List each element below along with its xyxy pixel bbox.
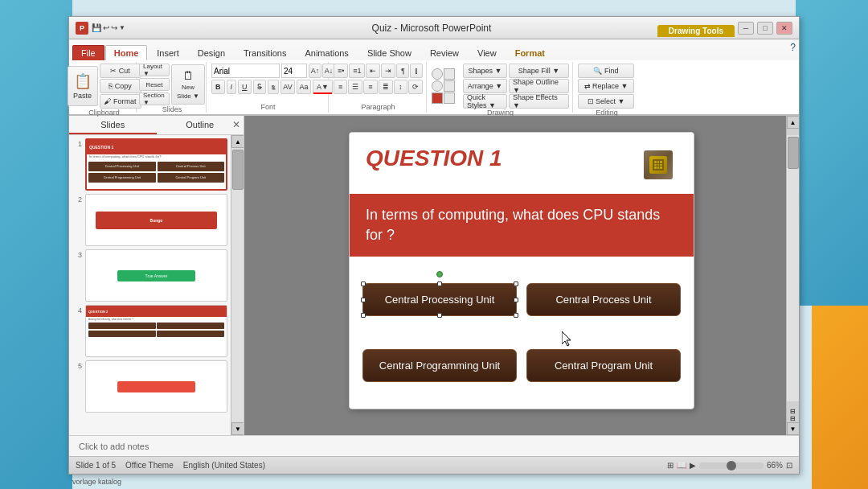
close-button[interactable]: ✕ [776,22,792,35]
shape-1[interactable] [432,68,443,80]
reset-button[interactable]: Reset [139,78,170,91]
font-family-input[interactable] [211,64,280,78]
scroll-page-up[interactable] [787,401,800,408]
arrange-button[interactable]: Arrange ▼ [463,79,507,93]
slide-preview-1[interactable]: QUESTION 1 In terms of computing, what d… [85,138,227,191]
shape-4[interactable] [444,80,455,92]
paste-button[interactable]: 📋 Paste [68,66,98,106]
format-painter-button[interactable]: 🖌 Format [100,94,141,109]
slide-scroll-up[interactable]: ▲ [787,116,800,129]
shape-outline-button[interactable]: Shape Outline ▼ [509,79,569,93]
shape-6[interactable] [444,92,455,104]
minimize-button[interactable]: ─ [738,22,754,35]
slide-preview-5[interactable] [85,360,227,413]
normal-view-btn[interactable]: ⊞ [667,461,674,470]
redo-quick-btn[interactable]: ↪ [111,23,117,32]
bullets-button[interactable]: ≡• [334,64,348,78]
answer-button-1[interactable]: Central Processing Unit [362,283,517,316]
shape-2[interactable] [444,68,455,80]
cut-button[interactable]: ✂ Cut [100,64,141,78]
slide-thumb-4[interactable]: 4 QUESTION 2 Among the following, what d… [72,305,227,357]
panel-scroll-thumb[interactable] [232,150,244,190]
align-left-button[interactable]: ≡ [334,80,347,94]
section-button[interactable]: Section ▼ [139,92,170,105]
new-slide-button[interactable]: 🗒 New Slide ▼ [171,64,205,105]
zoom-slider[interactable] [699,462,764,469]
scroll-page-indicator[interactable]: ⊟ [787,408,800,415]
rtl-button[interactable]: ¶ [396,64,409,78]
text-direction-button[interactable]: ⟳ [408,80,423,94]
slide-thumb-1[interactable]: 1 QUESTION 1 In terms of computing, what… [72,138,227,191]
columns-button[interactable]: ⫿ [410,64,423,78]
font-size-input[interactable] [281,64,307,78]
layout-button[interactable]: Layout ▼ [139,64,170,76]
bold-button[interactable]: B [211,80,225,94]
slide-scroll-thumb[interactable] [788,137,799,169]
tab-insert[interactable]: Insert [148,45,188,60]
tab-slides[interactable]: Slides [69,116,157,134]
slide-scroll-down[interactable]: ▼ [787,422,800,435]
tab-home[interactable]: Home [105,45,148,60]
shadow-button[interactable]: s [268,80,280,94]
increase-font-button[interactable]: A↑ [309,64,321,78]
save-quick-btn[interactable]: 💾 [92,23,101,32]
shapes-button[interactable]: Shapes ▼ [463,64,507,78]
slide-preview-3[interactable]: True Answer [85,249,227,302]
maximize-button[interactable]: □ [757,22,773,35]
tab-design[interactable]: Design [189,45,234,60]
answer-button-4[interactable]: Central Program Unit [526,349,681,382]
help-icon[interactable]: ? [790,42,796,53]
tab-file[interactable]: File [72,45,104,60]
copy-button[interactable]: ⎘ Copy [100,79,141,93]
slide-thumb-3[interactable]: 3 True Answer [72,249,227,302]
strikethrough-button[interactable]: S̶ [253,80,266,94]
slide-preview-4[interactable]: QUESTION 2 Among the following, what doe… [85,305,227,357]
panel-scroll-down[interactable]: ▼ [231,422,244,435]
fit-window-btn[interactable]: ⊡ [786,461,792,470]
find-button[interactable]: 🔍 Find [578,64,634,78]
drawing-tools-tab[interactable]: Drawing Tools [657,25,735,37]
spacing-button[interactable]: AV [280,80,295,94]
shape-fill-button[interactable]: Shape Fill ▼ [509,64,569,78]
tab-animations[interactable]: Animations [296,45,357,60]
shape-5[interactable] [432,92,443,104]
slideshow-btn[interactable]: ▶ [690,461,696,470]
answer-button-3[interactable]: Central Programming Unit [362,349,517,382]
replace-button[interactable]: ⇄ Replace ▼ [578,79,634,93]
shape-3[interactable] [432,80,443,92]
slide-thumb-5[interactable]: 5 [72,360,227,413]
increase-indent-button[interactable]: ⇥ [381,64,395,78]
line-spacing-button[interactable]: ↕ [394,80,407,94]
decrease-indent-button[interactable]: ⇤ [366,64,380,78]
slide-thumb-2[interactable]: 2 Bungo [72,194,227,246]
answer-button-2[interactable]: Central Process Unit [526,283,681,316]
align-center-button[interactable]: ☰ [348,80,362,94]
tab-format[interactable]: Format [506,45,554,60]
select-button[interactable]: ⊡ Select ▼ [578,94,634,109]
rotation-handle-1[interactable] [436,271,443,277]
underline-button[interactable]: U [238,80,252,94]
undo-quick-btn[interactable]: ↩ [103,23,109,32]
ribbon: File Home Insert Design Transitions Anim… [69,39,799,116]
tab-transitions[interactable]: Transitions [235,45,295,60]
quick-styles-button[interactable]: Quick Styles ▼ [463,94,507,109]
tab-view[interactable]: View [469,45,506,60]
char-spacing-button[interactable]: Aa [297,80,311,94]
panel-scroll-up[interactable]: ▲ [231,135,244,148]
justify-button[interactable]: ≣ [379,80,393,94]
zoom-thumb[interactable] [727,461,736,471]
numbering-button[interactable]: ≡1 [349,64,365,78]
reading-view-btn[interactable]: 📖 [677,461,686,470]
notes-bar[interactable]: Click to add notes [69,435,799,456]
align-right-button[interactable]: ≡ [363,80,377,94]
shape-effects-button[interactable]: Shape Effects ▼ [509,94,569,109]
tab-review[interactable]: Review [421,45,468,60]
tab-outline[interactable]: Outline [157,116,244,134]
main-slide[interactable]: QUESTION 1 [349,132,694,409]
italic-button[interactable]: I [227,80,237,94]
tab-slideshow[interactable]: Slide Show [358,45,420,60]
slide-preview-2[interactable]: Bungo [85,194,227,246]
slides-panel-close[interactable]: ✕ [232,119,240,130]
scroll-page-indicator2[interactable]: ⊟ [787,415,800,422]
customize-quick-btn[interactable]: ▼ [119,24,125,31]
